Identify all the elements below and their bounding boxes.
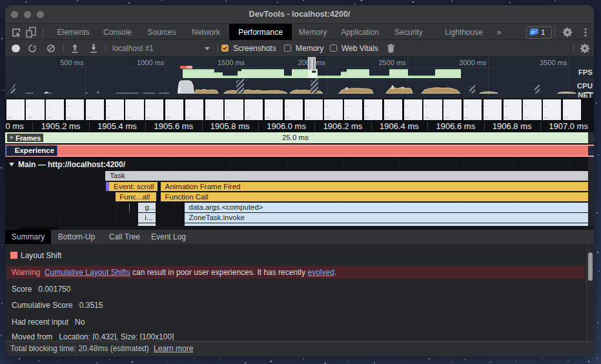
svg-text:2000 ms: 2000 ms (298, 59, 326, 66)
svg-text:1500 ms: 1500 ms (218, 59, 245, 66)
svg-text:2500 ms: 2500 ms (378, 59, 406, 66)
svg-text:NET: NET (578, 91, 593, 99)
svg-text:CPU: CPU (577, 82, 593, 90)
svg-text:3500 ms: 3500 ms (540, 59, 567, 66)
svg-text:3000 ms: 3000 ms (459, 59, 487, 66)
svg-text:FPS: FPS (578, 68, 593, 76)
svg-text:1000 ms: 1000 ms (137, 59, 165, 66)
svg-text:500 ms: 500 ms (60, 59, 84, 66)
